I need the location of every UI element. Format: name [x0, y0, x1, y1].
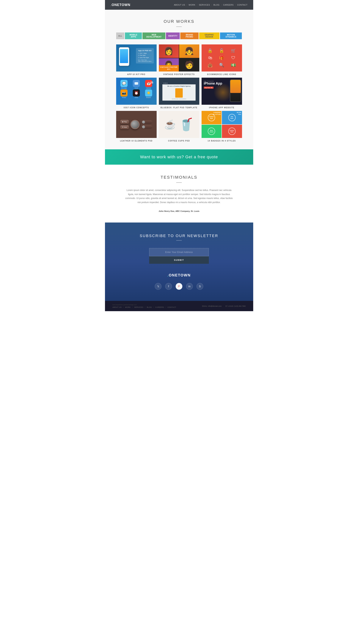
footer-sep-5: / [166, 306, 166, 308]
portfolio-label-app-ui: APP UI KIT PRO [127, 73, 146, 76]
thumb-bluebox: We are a Creative Digital Agency SHOWCAS… [159, 78, 199, 105]
social-twitter[interactable]: 𝕏 [155, 283, 162, 290]
footer-nav-careers[interactable]: CAREERS [155, 306, 164, 308]
vintage-cell-1: 👩 [159, 44, 179, 58]
nav-sep-2: / [197, 4, 197, 6]
nav-blog[interactable]: BLOG [213, 4, 220, 6]
iphone-buy-btn[interactable]: Buy Now -$6 [204, 86, 213, 89]
badge-cell-3: BestAward [201, 125, 222, 138]
bluebox-inner: We are a Creative Digital Agency SHOWCAS… [163, 82, 195, 100]
badge-circle-text-2: FlatStyle [230, 116, 233, 119]
social-skype[interactable]: S [196, 283, 203, 290]
filter-web[interactable]: WEB DEVELOPMENT [143, 32, 165, 39]
footer-left: www.bepartners.partnervantage.com ABOUT … [112, 304, 176, 308]
badge-circle-text-1: GoldenStyle [209, 116, 214, 119]
kit-title: App UI PSD Kit [138, 50, 152, 52]
badge-circle-4: OutlineStyle [228, 128, 236, 135]
bluebox-sub: SHOWCASE YOUR WORKS [172, 98, 186, 100]
footer-nav-services[interactable]: SERVICES [134, 306, 143, 308]
filter-identity[interactable]: IDENTITY [166, 32, 180, 39]
filter-all[interactable]: ALL [116, 32, 125, 39]
vintage-cell-2: 👧 [179, 44, 199, 58]
newsletter-section: SUBSCRIBE TO OUR NEWSLETTER SUBMIT .ONET… [105, 222, 253, 301]
eco-icon-lock: 🔒 [207, 48, 212, 53]
portfolio-label-bluebox: BLUEBOX: FLAT PSD TEMPLATE [161, 106, 197, 109]
iphone-device [230, 80, 241, 102]
ios-item-messages: 💬 Messages [120, 80, 128, 89]
footer-sep-3: / [145, 306, 146, 308]
eco-icon-shield: 🛡 [231, 56, 235, 60]
thumb-ecommerce: 🔒 🔓 🛒 🛍 🎁 🛡 👜 🔍 💵 [201, 44, 242, 72]
nav-services[interactable]: SERVICES [199, 4, 210, 6]
leather-slider-1 [141, 120, 152, 124]
vintage-face-1: 👩 [159, 44, 179, 58]
badge-cell-2: FlatStyle 56 PSDFiles [222, 111, 242, 124]
filter-motion[interactable]: MOTION DYNAMICS [220, 32, 242, 39]
social-pinterest[interactable]: P [176, 283, 182, 290]
footer-email-value: info@domain.com [208, 305, 222, 307]
nav-work[interactable]: WORK [189, 4, 195, 6]
nav-sep-3: / [211, 4, 212, 6]
footer-phone-value: (123) 456-7890 [234, 305, 246, 307]
portfolio-item-leather[interactable]: ▶ Play ⬇ Now LEATHER UI ELEMENTS PSD [116, 111, 157, 142]
thumb-coffee: ☕ 🥤 [159, 111, 199, 138]
portfolio-item-ecommerce[interactable]: 🔒 🔓 🛒 🛍 🎁 🛡 👜 🔍 💵 ECOMMERCE LINE ICONS [201, 44, 242, 76]
ios-icon-clock: ⏰ [133, 90, 140, 96]
leather-buttons: ▶ Play ⬇ Now [120, 120, 129, 129]
cta-banner[interactable]: Want to work with us? Get a free quote [105, 149, 253, 165]
footer-nav-contact[interactable]: CONTACT [168, 306, 176, 308]
works-section: OUR WORKS ALL MOBILE APPS WEB DEVELOPMEN… [105, 10, 253, 149]
social-linkedin[interactable]: in [186, 283, 193, 290]
footer-nav-work[interactable]: WORK [125, 306, 131, 308]
footer-nav-blog[interactable]: BLOG [147, 306, 152, 308]
ios-label-weather: Weather [146, 97, 151, 98]
footer-sep-1: / [123, 306, 124, 308]
portfolio-item-vintage[interactable]: 👩 👧 👩‍🦱 VINTAGE POSTER EFI 🧑 VINTAGE POS… [159, 44, 199, 76]
nav-sep-5: / [235, 4, 236, 6]
portfolio-label-leather: LEATHER UI ELEMENTS PSD [120, 140, 153, 142]
ios-label-photos: Photos [122, 97, 126, 98]
logo[interactable]: .ONETOWN [111, 3, 131, 7]
social-facebook[interactable]: f [165, 283, 172, 290]
kit-item-3: 3. Dark Flat Style [138, 56, 152, 58]
vintage-face-2: 👧 [179, 44, 199, 58]
eco-icon-wallet: 👜 [207, 63, 212, 68]
badge-info-1: 14 BADGESIN 4 STYLES [213, 112, 221, 115]
ios-label-clock: Clock [135, 97, 138, 98]
vintage-face-4: 🧑 [179, 58, 199, 72]
coffee-cup-1: ☕ [164, 119, 176, 130]
email-input[interactable] [149, 248, 209, 256]
footer-logo-dot: . [167, 273, 169, 277]
filter-graphic[interactable]: GRAPHIC DESIGN [199, 32, 219, 39]
portfolio-item-coffee[interactable]: ☕ 🥤 COFFEE CUPS PSD [159, 111, 199, 142]
footer-nav-about[interactable]: ABOUT US [112, 306, 122, 308]
nav-contact[interactable]: CONTACT [237, 4, 248, 6]
newsletter-title: SUBSCRIBE TO OUR NEWSLETTER [116, 234, 242, 238]
eco-icon-dollar: 💵 [231, 63, 236, 68]
ios-label-email: Email [135, 87, 138, 89]
nav-careers[interactable]: CAREERS [223, 4, 234, 6]
filter-tabs: ALL MOBILE APPS WEB DEVELOPMENT IDENTITY… [116, 32, 242, 39]
social-links: 𝕏 f P in S [116, 283, 242, 290]
ios-item-calendar: 📅 Calendar 25 [145, 80, 152, 89]
portfolio-item-ios7[interactable]: 💬 Messages ✉️ Email 📅 Calendar 25 📷 Phot… [116, 78, 157, 109]
footer-url: www.bepartners.partnervantage.com [112, 304, 176, 306]
header: .ONETOWN ABOUT US / WORK / SERVICES / BL… [105, 0, 253, 10]
footer-phone: ST. LOUIS: (123) 456-7890 [225, 305, 246, 307]
portfolio-grid: App UI PSD Kit 1. iOS 7 Style 2. Flat St… [116, 44, 242, 142]
portfolio-item-iphone[interactable]: App Template iPhone App Buy Now -$6 IPHO… [201, 78, 242, 109]
portfolio-item-app-ui[interactable]: App UI PSD Kit 1. iOS 7 Style 2. Flat St… [116, 44, 157, 76]
newsletter-form: SUBMIT [149, 248, 209, 264]
portfolio-item-badges[interactable]: GoldenStyle 14 BADGESIN 4 STYLES FlatSty… [201, 111, 242, 142]
filter-mobile[interactable]: MOBILE APPS [125, 32, 142, 39]
thumb-badges: GoldenStyle 14 BADGESIN 4 STYLES FlatSty… [201, 111, 242, 138]
portfolio-label-badges: 14 BADGES IN 4 STYLES [208, 140, 236, 142]
filter-brand[interactable]: BRAND PROMO [180, 32, 198, 39]
footer-logo-one: ONE [169, 273, 178, 277]
leather-btn-2: ⬇ Now [120, 125, 129, 129]
ios-icon-weather: ☀️ [145, 90, 152, 96]
eco-icon-search: 🔍 [219, 63, 224, 68]
portfolio-item-bluebox[interactable]: We are a Creative Digital Agency SHOWCAS… [159, 78, 199, 109]
nav-about[interactable]: ABOUT US [174, 4, 185, 6]
submit-button[interactable]: SUBMIT [149, 256, 209, 264]
